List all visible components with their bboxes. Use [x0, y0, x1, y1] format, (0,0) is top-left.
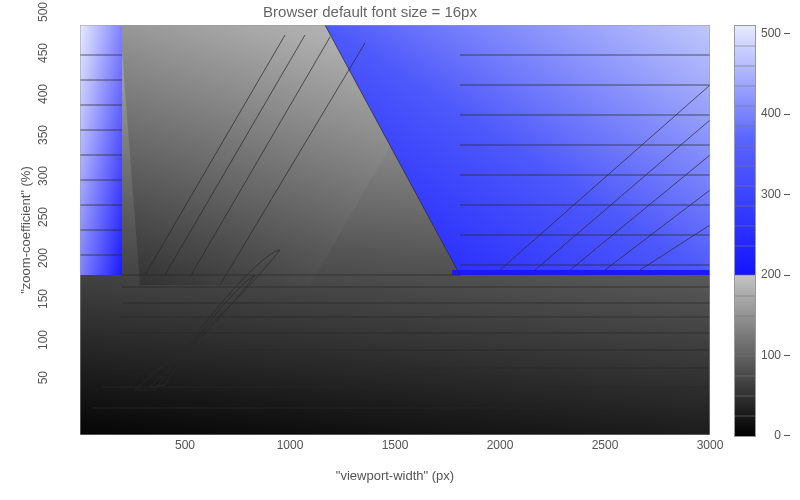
y-tick: 100 — [36, 330, 50, 360]
y-tick: 250 — [36, 207, 50, 237]
y-tick: 450 — [36, 43, 50, 73]
x-tick: 500 — [175, 438, 195, 452]
colorbar-tick: 100 — [761, 348, 790, 362]
x-tick: 1000 — [277, 438, 304, 452]
y-tick: 350 — [36, 125, 50, 155]
y-tick: 50 — [36, 371, 50, 401]
svg-rect-7 — [735, 26, 755, 275]
y-tick: 500 — [36, 2, 50, 32]
y-axis-ticks: 50 100 150 200 250 300 350 400 450 500 — [50, 25, 78, 435]
y-tick: 200 — [36, 248, 50, 278]
colorbar-tick: 500 — [761, 26, 790, 40]
y-tick: 150 — [36, 289, 50, 319]
colorbar — [734, 25, 756, 437]
colorbar-tick: 200 — [761, 267, 790, 281]
y-axis-label: "zoom-coefficient" (%) — [18, 25, 33, 435]
svg-marker-3 — [452, 270, 710, 275]
colorbar-ticks: 0 100 200 300 400 500 — [760, 25, 790, 435]
svg-marker-4 — [80, 25, 122, 275]
svg-rect-6 — [735, 275, 755, 436]
colorbar-tick: 300 — [761, 187, 790, 201]
colorbar-tick: 400 — [761, 106, 790, 120]
heatmap-plot — [80, 25, 710, 435]
x-tick: 2000 — [487, 438, 514, 452]
x-tick: 1500 — [382, 438, 409, 452]
x-axis-ticks: 500 1000 1500 2000 2500 3000 — [80, 438, 710, 454]
colorbar-tick: 0 — [774, 428, 790, 442]
x-tick: 3000 — [697, 438, 724, 452]
x-axis-label: "viewport-width" (px) — [80, 468, 710, 483]
y-tick: 400 — [36, 84, 50, 114]
x-tick: 2500 — [592, 438, 619, 452]
y-tick: 300 — [36, 166, 50, 196]
chart-title: Browser default font size = 16px — [0, 3, 740, 20]
